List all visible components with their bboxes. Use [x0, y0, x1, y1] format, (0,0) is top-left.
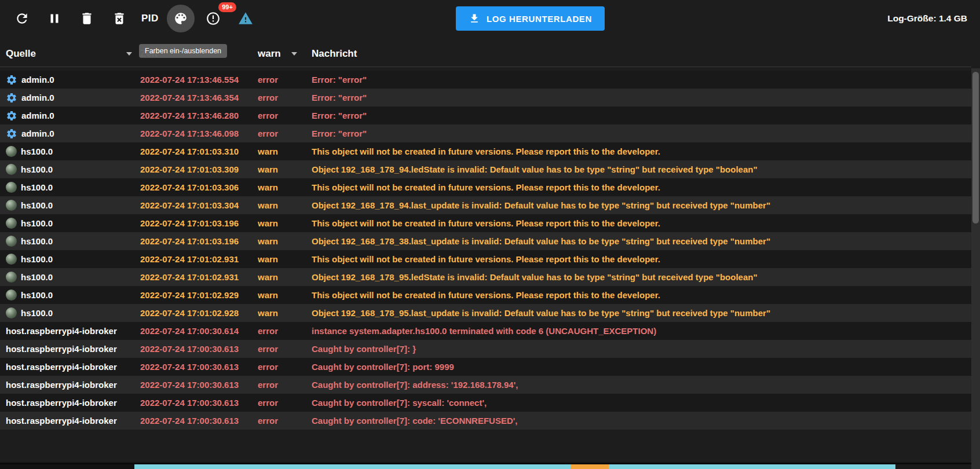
log-source: hs100.0: [6, 290, 140, 301]
bottom-strip: [0, 463, 971, 469]
error-notifications-button[interactable]: 99+: [199, 5, 227, 32]
table-row: hs100.02022-07-24 17:01:03.309warnObject…: [0, 160, 971, 178]
log-message: Object 192_168_178_94.ledState is invali…: [312, 164, 966, 174]
table-row: host.raspberrypi4-iobroker2022-07-24 17:…: [0, 322, 971, 340]
log-source: hs100.0: [6, 236, 140, 247]
table-row: host.raspberrypi4-iobroker2022-07-24 17:…: [0, 412, 971, 430]
log-time: 2022-07-24 17:13:46.554: [140, 75, 258, 85]
hs100-adapter-icon: [6, 218, 17, 229]
log-severity: warn: [258, 146, 312, 156]
bottom-strip-segment: [134, 464, 571, 469]
clear-log-button[interactable]: [73, 5, 101, 32]
log-severity: warn: [258, 308, 312, 318]
table-row: host.raspberrypi4-iobroker2022-07-24 17:…: [0, 340, 971, 358]
hs100-adapter-icon: [6, 307, 17, 318]
refresh-button[interactable]: [8, 5, 36, 32]
log-time: 2022-07-24 17:13:46.098: [140, 129, 258, 138]
log-source-label: host.raspberrypi4-iobroker: [6, 326, 117, 336]
clear-log-on-disk-button[interactable]: [105, 5, 133, 32]
log-message: Caught by controller[7]: address: '192.1…: [312, 380, 966, 390]
toggle-colors-button[interactable]: [167, 5, 195, 32]
log-message: Caught by controller[7]: }: [312, 344, 966, 354]
log-source-label: hs100.0: [21, 308, 53, 318]
table-row: admin.02022-07-24 17:13:46.354errorError…: [0, 89, 971, 107]
refresh-icon: [14, 11, 30, 26]
palette-icon: [173, 11, 188, 26]
log-time: 2022-07-24 17:01:03.196: [140, 218, 258, 228]
log-message: Error: "error": [312, 93, 966, 102]
log-source-label: host.raspberrypi4-iobroker: [6, 416, 117, 426]
toolbar: PID 99+ LOG HERUNTERLADEN Log-Größe: 1.4…: [0, 0, 980, 37]
log-message: This object will not be created in futur…: [312, 290, 966, 300]
download-icon: [469, 13, 480, 24]
pause-log-button[interactable]: [41, 5, 68, 32]
table-row: hs100.02022-07-24 17:01:03.310warnThis o…: [0, 142, 971, 160]
log-message: Error: "error": [312, 111, 966, 120]
log-message: Object 192_168_178_95.last_update is inv…: [312, 308, 966, 318]
column-header-message: Nachricht: [312, 48, 966, 60]
log-source-label: host.raspberrypi4-iobroker: [6, 380, 117, 390]
log-time: 2022-07-24 17:13:46.280: [140, 111, 258, 120]
table-row: host.raspberrypi4-iobroker2022-07-24 17:…: [0, 376, 971, 394]
show-pid-button[interactable]: PID: [138, 5, 162, 32]
trash-forever-icon: [112, 11, 127, 26]
log-message: This object will not be created in futur…: [312, 218, 966, 228]
log-source: hs100.0: [6, 164, 140, 175]
severity-filter-caret[interactable]: [291, 52, 297, 56]
log-message: Caught by controller[7]: port: 9999: [312, 362, 966, 372]
table-row: admin.02022-07-24 17:13:46.098errorError…: [0, 124, 971, 142]
hs100-adapter-icon: [6, 200, 17, 211]
log-source-label: host.raspberrypi4-iobroker: [6, 362, 117, 372]
scrollbar-thumb[interactable]: [972, 72, 979, 223]
source-filter-caret[interactable]: [126, 52, 132, 56]
severity-filter-value: warn: [258, 48, 281, 60]
log-time: 2022-07-24 17:00:30.614: [140, 326, 258, 336]
table-row: host.raspberrypi4-iobroker2022-07-24 17:…: [0, 358, 971, 376]
log-message: This object will not be created in futur…: [312, 182, 966, 192]
log-message: This object will not be created in futur…: [312, 254, 966, 264]
log-source-label: hs100.0: [21, 290, 53, 300]
vertical-scrollbar[interactable]: [971, 68, 980, 469]
log-time: 2022-07-24 17:01:03.310: [140, 146, 258, 156]
log-severity: warn: [258, 164, 312, 174]
table-row: hs100.02022-07-24 17:01:03.196warnObject…: [0, 232, 971, 250]
bottom-strip-segment: [571, 464, 609, 469]
log-time: 2022-07-24 17:01:03.306: [140, 182, 258, 192]
log-message: Object 192_168_178_38.last_update is inv…: [312, 236, 966, 246]
severity-filter-select[interactable]: warn: [258, 48, 312, 60]
admin-adapter-gear-icon: [6, 74, 17, 86]
table-row: hs100.02022-07-24 17:01:03.306warnThis o…: [0, 178, 971, 196]
log-source: hs100.0: [6, 218, 140, 229]
log-source-label: host.raspberrypi4-iobroker: [6, 344, 117, 354]
log-viewer-page: PID 99+ LOG HERUNTERLADEN Log-Größe: 1.4…: [0, 0, 980, 67]
download-log-button[interactable]: LOG HERUNTERLADEN: [456, 6, 605, 31]
table-row: hs100.02022-07-24 17:01:03.304warnObject…: [0, 196, 971, 214]
log-source-label: admin.0: [21, 75, 54, 85]
log-severity: warn: [258, 272, 312, 282]
pid-label: PID: [141, 13, 159, 24]
log-message: This object will not be created in futur…: [312, 146, 966, 156]
log-message: Error: "error": [312, 75, 966, 85]
admin-adapter-gear-icon: [6, 92, 17, 104]
log-source-label: hs100.0: [21, 272, 53, 282]
log-time: 2022-07-24 17:01:03.304: [140, 200, 258, 210]
table-row: hs100.02022-07-24 17:01:03.196warnThis o…: [0, 214, 971, 232]
log-severity: error: [258, 129, 312, 138]
log-severity: warn: [258, 254, 312, 264]
log-source-label: hs100.0: [21, 254, 53, 264]
log-source-label: hs100.0: [21, 200, 53, 210]
hs100-adapter-icon: [6, 146, 17, 157]
log-time: 2022-07-24 17:00:30.613: [140, 362, 258, 372]
warning-notifications-button[interactable]: [232, 5, 259, 32]
log-severity: error: [258, 111, 312, 120]
log-severity: warn: [258, 290, 312, 300]
log-source: hs100.0: [6, 307, 140, 318]
log-message: instance system.adapter.hs100.0 terminat…: [312, 326, 966, 336]
log-source-label: hs100.0: [21, 182, 53, 192]
bottom-strip-segment: [0, 464, 134, 469]
log-source: host.raspberrypi4-iobroker: [6, 326, 140, 336]
log-severity: warn: [258, 182, 312, 192]
log-time: 2022-07-24 17:01:02.931: [140, 272, 258, 282]
table-row: hs100.02022-07-24 17:01:02.928warnObject…: [0, 304, 971, 322]
trash-icon: [79, 11, 94, 26]
